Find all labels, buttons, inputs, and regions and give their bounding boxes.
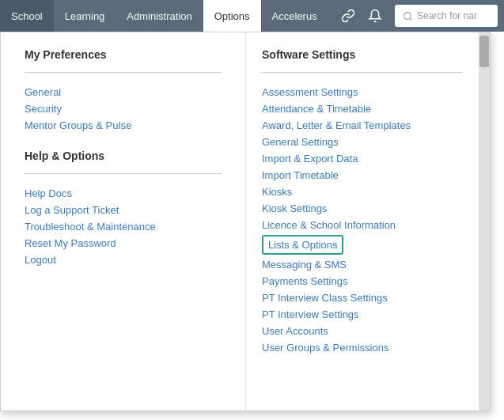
- menu-award-letter-email[interactable]: Award, Letter & Email Templates: [262, 117, 463, 134]
- nav-item-learning[interactable]: Learning: [54, 0, 116, 32]
- nav-item-administration[interactable]: Administration: [116, 0, 203, 32]
- menu-mentor-groups[interactable]: Mentor Groups & Pulse: [25, 117, 222, 134]
- menu-attendance-timetable[interactable]: Attendance & Timetable: [262, 100, 463, 117]
- menu-kiosk-settings[interactable]: Kiosk Settings: [262, 200, 463, 217]
- divider-2: [25, 173, 222, 174]
- menu-pt-interview-settings[interactable]: PT Interview Settings: [262, 306, 463, 323]
- right-column: Software Settings Assessment Settings At…: [246, 32, 479, 411]
- nav-item-options[interactable]: Options: [203, 0, 261, 32]
- search-input[interactable]: Search for nar: [395, 5, 498, 27]
- menu-general[interactable]: General: [25, 84, 222, 100]
- search-placeholder: Search for nar: [417, 10, 477, 21]
- menu-general-settings[interactable]: General Settings: [262, 134, 463, 150]
- menu-lists-options[interactable]: Lists & Options: [262, 235, 343, 255]
- menu-security[interactable]: Security: [25, 100, 222, 117]
- menu-licence-school[interactable]: Licence & School Information: [262, 217, 463, 233]
- link-icon[interactable]: [335, 0, 362, 32]
- dropdown-panel: My Preferences General Security Mentor G…: [0, 32, 491, 411]
- svg-line-1: [410, 18, 411, 20]
- nav-item-accelerus[interactable]: Accelerus: [261, 0, 328, 32]
- left-column: My Preferences General Security Mentor G…: [1, 32, 246, 411]
- menu-user-accounts[interactable]: User Accounts: [262, 323, 463, 339]
- menu-assessment-settings[interactable]: Assessment Settings: [262, 84, 463, 100]
- menu-logout[interactable]: Logout: [25, 252, 222, 268]
- divider-3: [262, 72, 463, 73]
- divider-1: [25, 72, 222, 73]
- menu-help-docs[interactable]: Help Docs: [25, 185, 222, 202]
- my-preferences-title: My Preferences: [25, 48, 222, 61]
- dropdown-arrow: [218, 32, 233, 40]
- menu-kiosks[interactable]: Kiosks: [262, 184, 463, 200]
- menu-payments-settings[interactable]: Payments Settings: [262, 273, 463, 289]
- software-settings-title: Software Settings: [262, 48, 463, 61]
- menu-reset-password[interactable]: Reset My Password: [25, 235, 222, 252]
- menu-import-timetable[interactable]: Import Timetable: [262, 167, 463, 184]
- menu-pt-interview-class[interactable]: PT Interview Class Settings: [262, 289, 463, 306]
- menu-user-groups[interactable]: User Groups & Permissions: [262, 339, 463, 356]
- help-options-title: Help & Options: [25, 149, 222, 162]
- navbar: School Learning Administration Options A…: [0, 0, 504, 32]
- nav-item-school[interactable]: School: [0, 0, 54, 32]
- scrollbar[interactable]: [479, 32, 490, 411]
- menu-log-support[interactable]: Log a Support Ticket: [25, 202, 222, 218]
- menu-import-export[interactable]: Import & Export Data: [262, 150, 463, 167]
- menu-troubleshoot[interactable]: Troubleshoot & Maintenance: [25, 218, 222, 235]
- scrollbar-thumb[interactable]: [479, 36, 489, 67]
- bell-icon[interactable]: [362, 0, 388, 32]
- menu-messaging-sms[interactable]: Messaging & SMS: [262, 256, 463, 273]
- svg-point-0: [404, 12, 411, 19]
